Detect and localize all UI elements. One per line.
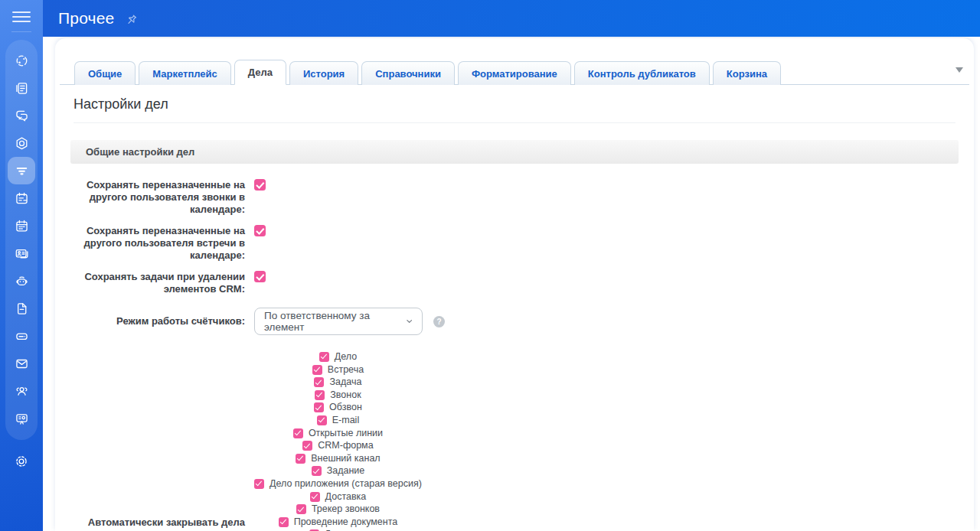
sidebar-item-messenger[interactable] xyxy=(8,102,35,129)
activity-type-label: Трекер звонков xyxy=(312,504,380,514)
sites-icon xyxy=(14,135,30,151)
sidebar-item-crm[interactable] xyxy=(8,157,35,184)
list-item: Проведение документа xyxy=(279,517,398,527)
feed-icon xyxy=(14,53,30,69)
sidebar-item-documents[interactable] xyxy=(8,295,35,322)
sidebar-item-feed[interactable] xyxy=(8,47,35,74)
activity-type-label: Дело xyxy=(335,352,357,362)
list-item: CRM-форма xyxy=(302,441,373,451)
tab[interactable]: История xyxy=(289,61,358,85)
tab[interactable]: Маркетплейс xyxy=(139,61,230,85)
list-item: Дело xyxy=(319,352,357,362)
activity-type-checkbox[interactable] xyxy=(279,517,289,527)
activity-type-checkbox[interactable] xyxy=(296,504,306,514)
list-item: Дело приложения (старая версия) xyxy=(254,479,422,489)
question-icon[interactable]: ? xyxy=(433,316,445,327)
documents-icon xyxy=(14,301,30,317)
activity-type-label: Задача xyxy=(329,377,361,387)
activity-type-label: Задание xyxy=(327,466,365,476)
tab[interactable]: Корзина xyxy=(713,61,781,85)
list-item: Звонок xyxy=(315,390,361,400)
activity-type-label: Звонок xyxy=(330,390,361,400)
mail-icon xyxy=(14,356,30,372)
sidebar-item-mail[interactable] xyxy=(8,350,35,377)
activity-type-checkbox[interactable] xyxy=(314,402,324,412)
list-item: Задание xyxy=(312,466,365,476)
activity-type-label: Дело приложения (старая версия) xyxy=(270,479,422,489)
tab[interactable]: Справочники xyxy=(361,61,455,85)
sidebar-item-tasks[interactable] xyxy=(8,74,35,102)
section-header: Общие настройки дел xyxy=(70,140,959,164)
activity-type-checkbox[interactable] xyxy=(312,365,322,375)
activity-type-checkbox[interactable] xyxy=(315,390,325,400)
contacts-icon xyxy=(14,246,30,262)
save-tasks-checkbox[interactable] xyxy=(254,271,266,282)
tab[interactable]: Контроль дубликатов xyxy=(574,61,710,85)
copilot-icon xyxy=(14,273,30,289)
field-label: Режим работы счётчиков: xyxy=(74,315,245,327)
sidebar-item-boards[interactable] xyxy=(8,405,35,432)
tab[interactable]: Дела xyxy=(234,60,286,85)
list-item: Задача xyxy=(314,377,361,387)
sidebar xyxy=(0,0,43,531)
save-meetings-checkbox[interactable] xyxy=(254,225,266,236)
menu-icon[interactable] xyxy=(12,11,31,22)
list-item: Открытые линии xyxy=(293,428,383,438)
pin-icon[interactable] xyxy=(124,13,139,28)
calendar-icon xyxy=(14,218,30,234)
activity-type-label: CRM-форма xyxy=(318,441,373,451)
activity-type-checkbox[interactable] xyxy=(319,352,329,362)
boards-icon xyxy=(14,411,30,427)
sidebar-app-rail xyxy=(5,40,38,440)
activity-type-checkbox[interactable] xyxy=(302,441,312,451)
sidebar-item-copilot[interactable] xyxy=(8,267,35,295)
sidebar-item-calendar[interactable] xyxy=(8,212,35,239)
sidebar-item-sites[interactable] xyxy=(8,129,35,157)
counter-mode-select[interactable]: По ответственному за элемент xyxy=(254,308,423,335)
crm-icon xyxy=(14,163,30,179)
messenger-icon xyxy=(14,108,30,124)
field-label: Сохранять переназначенные на другого пол… xyxy=(74,225,245,262)
list-item: E-mail xyxy=(317,415,359,425)
list-item: Доставка xyxy=(310,492,367,502)
activity-type-checkbox[interactable] xyxy=(293,428,303,438)
form-row: Автоматически закрывать дела при конверт… xyxy=(70,352,959,531)
activity-type-label: Внешний канал xyxy=(311,454,380,464)
topbar: Прочее xyxy=(43,0,980,37)
drive-icon xyxy=(14,328,30,344)
activity-type-checkbox[interactable] xyxy=(314,377,324,387)
sidebar-item-company[interactable] xyxy=(8,377,35,405)
sidebar-divider xyxy=(11,31,31,32)
heading-divider xyxy=(74,122,956,123)
activity-type-label: Проведение документа xyxy=(294,517,398,527)
activity-type-label: Доставка xyxy=(325,492,367,502)
chevron-down-icon[interactable] xyxy=(956,67,963,77)
tasks-icon xyxy=(14,80,30,96)
activity-type-label: E-mail xyxy=(332,415,359,425)
activity-type-label: Обзвон xyxy=(329,402,362,412)
activity-type-checkbox[interactable] xyxy=(310,492,320,502)
sidebar-item-settings[interactable] xyxy=(8,450,35,473)
counter-mode-value: По ответственному за элемент xyxy=(264,310,405,333)
list-item: Трекер звонков xyxy=(296,504,380,514)
sidebar-item-planner[interactable] xyxy=(8,184,35,212)
main-area: ОбщиеМаркетплейсДелаИсторияСправочникиФо… xyxy=(43,37,980,531)
save-calls-checkbox[interactable] xyxy=(254,179,266,191)
form-row: Сохранять переназначенные на другого пол… xyxy=(70,179,959,216)
field-label: Сохранять задачи при удалении элементов … xyxy=(74,271,245,295)
activity-type-label: Открытые линии xyxy=(309,428,383,438)
activity-type-checkbox[interactable] xyxy=(254,479,264,489)
page-heading: Настройки дел xyxy=(74,96,956,112)
activity-type-checkbox[interactable] xyxy=(317,415,327,425)
sidebar-item-contacts[interactable] xyxy=(8,239,35,267)
tab[interactable]: Общие xyxy=(74,61,136,85)
activity-type-checkbox[interactable] xyxy=(296,454,305,464)
settings-card: ОбщиеМаркетплейсДелаИсторияСправочникиФо… xyxy=(55,38,974,531)
list-item: Внешний канал xyxy=(296,454,380,464)
list-item: Встреча xyxy=(312,365,364,375)
tab[interactable]: Форматирование xyxy=(458,61,571,85)
company-icon xyxy=(14,383,30,399)
list-item: Обзвон xyxy=(314,402,362,412)
sidebar-item-drive[interactable] xyxy=(8,322,35,350)
activity-type-checkbox[interactable] xyxy=(312,466,322,476)
